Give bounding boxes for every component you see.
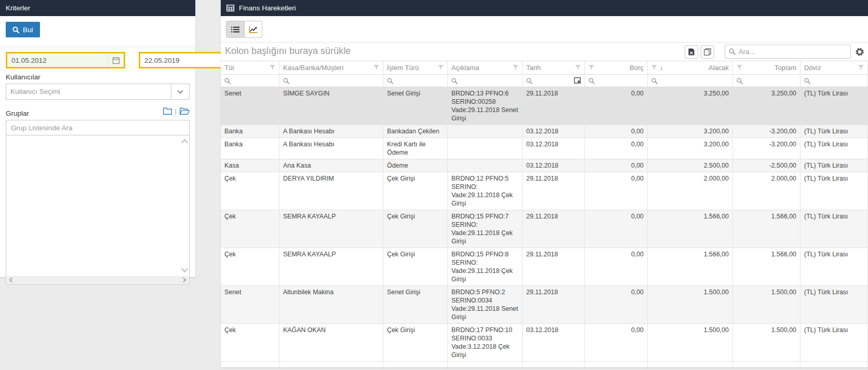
list-view-icon	[231, 26, 239, 33]
table-row[interactable]: ÇekSEMRA KAYAALPÇek GirişiBRDNO:15 PFNO:…	[221, 210, 868, 248]
chart-view-button[interactable]	[244, 21, 262, 37]
table-row[interactable]: ÇekSEMRA KAYAALPÇek GirişiBRDNO:15 PFNO:…	[221, 248, 868, 286]
scroll-left-icon[interactable]	[9, 277, 15, 282]
filter-cell-doviz[interactable]	[800, 75, 868, 87]
table-cell: 0,00	[585, 248, 648, 285]
chevron-down-icon	[177, 88, 183, 93]
column-header-islem-turu[interactable]: İşlem Türü	[383, 61, 448, 74]
date-from-input[interactable]	[7, 53, 108, 67]
export-excel-button[interactable]	[685, 45, 698, 59]
table-cell: 1.566,00	[733, 248, 800, 285]
table-cell: Senet Girişi	[383, 87, 448, 125]
table-row[interactable]: KasaAna KasaÖdeme03.12.20180,002.500,00-…	[221, 159, 868, 172]
filter-icon[interactable]	[373, 64, 379, 72]
table-cell: BRDNO:5 PFNO:2 SERINO:0034 Vade:29.11.20…	[448, 286, 523, 323]
filter-icon[interactable]	[575, 64, 581, 72]
column-header-toplam[interactable]: Toplam	[733, 61, 800, 74]
table-row[interactable]: ÇekDERYA YILDIRIMÇek GirişiBRDNO:12 PFNO…	[221, 172, 868, 210]
folder-closed-icon[interactable]	[163, 107, 172, 115]
folder-open-icon[interactable]	[180, 107, 190, 115]
sort-descending-icon: ↓	[660, 65, 663, 71]
filter-cell-toplam[interactable]	[733, 75, 800, 87]
search-icon	[804, 78, 810, 84]
filter-cell-tur[interactable]	[221, 75, 279, 87]
user-select-input[interactable]	[6, 84, 171, 99]
table-cell	[448, 125, 523, 138]
table-cell: Kasa	[221, 159, 279, 172]
filter-cell-kasa-banka-musteri[interactable]	[279, 75, 383, 87]
group-search-input[interactable]	[6, 120, 190, 135]
filter-icon[interactable]	[513, 64, 518, 72]
find-button[interactable]: Bul	[6, 22, 40, 37]
table-cell: 0,00	[585, 159, 648, 172]
grid-search-box[interactable]	[725, 45, 851, 59]
horizontal-scrollbar[interactable]	[7, 276, 189, 283]
table-cell: 0,00	[585, 138, 648, 159]
table-cell: 3.250,00	[733, 87, 800, 125]
table-row[interactable]: SenetSİMGE SAYGINSenet GirişiBRDNO:13 PF…	[221, 87, 868, 125]
table-cell: Çek Girişi	[383, 172, 448, 210]
grid-header-row: Tür Kasa/Banka/Müşteri İşlem Türü Açıkla…	[221, 61, 868, 75]
scroll-up-icon[interactable]	[181, 139, 188, 146]
list-view-button[interactable]	[226, 21, 244, 37]
table-cell: Çek	[221, 172, 279, 210]
table-cell: (TL) Türk Lirası	[800, 210, 868, 248]
grid-settings-button[interactable]	[855, 47, 864, 57]
table-row[interactable]: SenetAltunbilek MakinaSenet GirişiBRDNO:…	[221, 286, 868, 324]
table-row[interactable]: BankaA Bankası HesabıBankadan Çekilen03.…	[221, 125, 868, 138]
grid-body: SenetSİMGE SAYGINSenet GirişiBRDNO:13 PF…	[221, 87, 868, 362]
calendar-filter-icon[interactable]	[574, 76, 581, 86]
group-list[interactable]	[6, 135, 190, 284]
user-select-dropdown-button[interactable]	[171, 84, 189, 99]
filter-icon[interactable]	[651, 64, 657, 72]
search-icon	[589, 78, 595, 84]
filter-cell-islem-turu[interactable]	[383, 75, 448, 87]
table-cell: 0,00	[585, 172, 648, 210]
column-header-alacak[interactable]: ↓Alacak	[648, 61, 733, 74]
scroll-down-icon[interactable]	[181, 266, 188, 272]
filter-icon[interactable]	[270, 64, 275, 72]
table-row[interactable]: BankaA Bankası HesabıKredi Kartı ile Öde…	[221, 138, 868, 159]
table-cell: 0,00	[585, 210, 648, 248]
groups-label: Gruplar	[6, 109, 29, 117]
table-cell: (TL) Türk Lirası	[800, 125, 868, 138]
copy-button[interactable]	[701, 45, 714, 59]
table-cell: -3.200,00	[733, 125, 800, 138]
date-range	[0, 52, 195, 68]
table-cell: SİMGE SAYGIN	[279, 87, 383, 125]
filter-icon[interactable]	[737, 64, 742, 72]
table-cell: BRDNO:15 PFNO:7 SERINO: Vade:29.11.2018 …	[448, 210, 523, 248]
filter-icon[interactable]	[589, 64, 594, 72]
table-cell: 0,00	[585, 87, 648, 125]
table-row[interactable]: ÇekKAĞAN OKANÇek GirişiBRDNO:17 PFNO:10 …	[221, 324, 868, 362]
column-header-doviz[interactable]: Döviz	[800, 61, 868, 74]
table-cell: 29.11.2018	[523, 210, 585, 248]
table-cell: BRDNO:12 PFNO:5 SERINO: Vade:29.11.2018 …	[448, 172, 523, 210]
column-header-tur[interactable]: Tür	[221, 61, 279, 74]
table-cell: 03.12.2018	[523, 125, 585, 138]
filter-cell-aciklama[interactable]	[448, 75, 523, 87]
finance-movements-panel: Finans Hareketleri Kolon başlığını buray…	[221, 0, 868, 367]
filter-icon[interactable]	[438, 64, 444, 72]
filter-cell-alacak[interactable]	[648, 75, 733, 87]
table-cell: Çek Girişi	[383, 210, 448, 248]
user-select[interactable]	[6, 84, 190, 100]
scroll-right-icon[interactable]	[181, 277, 186, 282]
table-cell	[448, 159, 523, 172]
calendar-icon[interactable]	[108, 53, 124, 67]
grid-search-input[interactable]	[739, 48, 847, 56]
column-header-tarih[interactable]: Tarih	[523, 61, 585, 74]
search-icon	[729, 48, 736, 55]
date-from-field[interactable]	[6, 52, 125, 68]
filter-icon[interactable]	[858, 64, 864, 72]
table-cell: A Bankası Hesabı	[279, 125, 383, 138]
column-header-kasa-banka-musteri[interactable]: Kasa/Banka/Müşteri	[279, 61, 383, 74]
filter-cell-borc[interactable]	[585, 75, 648, 87]
column-header-aciklama[interactable]: Açıklama	[448, 61, 523, 74]
table-cell: (TL) Türk Lirası	[800, 248, 868, 285]
column-header-borc[interactable]: Borç	[585, 61, 648, 74]
filter-cell-tarih[interactable]	[523, 75, 585, 87]
table-cell: -3.200,00	[733, 138, 800, 159]
table-cell: 1.500,00	[648, 286, 733, 323]
table-cell: 29.11.2018	[523, 286, 585, 323]
